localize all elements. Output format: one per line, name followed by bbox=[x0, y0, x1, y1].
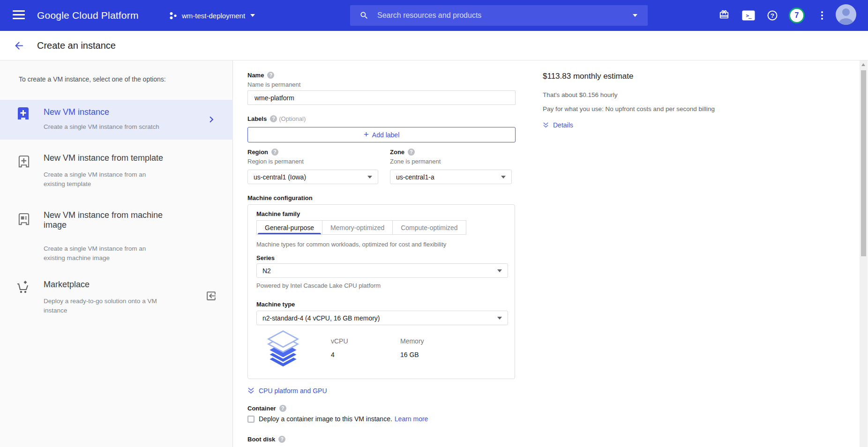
page-header: Create an instance bbox=[0, 31, 868, 60]
marketplace-cart-icon bbox=[15, 280, 30, 295]
machine-type-select[interactable]: n2-standard-4 (4 vCPU, 16 GB memory) bbox=[256, 311, 508, 325]
zone-hint: Zone is permanent bbox=[390, 158, 441, 165]
region-select[interactable]: us-central1 (Iowa) bbox=[247, 170, 378, 184]
zone-label: Zone? bbox=[390, 149, 415, 156]
gift-icon[interactable] bbox=[719, 9, 729, 22]
series-label: Series bbox=[256, 254, 275, 261]
series-select[interactable]: N2 bbox=[256, 263, 508, 278]
labels-optional: (Optional) bbox=[279, 115, 306, 122]
sidebar-intro: To create a VM instance, select one of t… bbox=[19, 75, 166, 83]
option-title: New VM instance bbox=[44, 107, 109, 117]
scrollbar-thumb[interactable] bbox=[861, 70, 866, 256]
estimate-hourly: That's about $0.156 hourly bbox=[543, 91, 617, 98]
container-checkbox[interactable] bbox=[247, 416, 254, 423]
more-options-icon[interactable] bbox=[821, 10, 823, 21]
series-hint: Powered by Intel Cascade Lake CPU platfo… bbox=[256, 282, 381, 289]
machine-type-label: Machine type bbox=[256, 301, 295, 308]
machine-family-hint: Machine types for common workloads, opti… bbox=[256, 241, 446, 248]
zone-help-icon[interactable]: ? bbox=[408, 149, 415, 156]
memory-value: 16 GB bbox=[400, 351, 419, 358]
scroll-up-arrow[interactable] bbox=[861, 63, 865, 66]
machine-configuration-title: Machine configuration bbox=[247, 194, 313, 201]
search-input[interactable] bbox=[377, 11, 628, 20]
container-help-icon[interactable]: ? bbox=[279, 405, 286, 412]
name-label: Name? bbox=[247, 72, 274, 79]
sidebar-item-new-vm-from-machine-image[interactable]: New VM instance from machine image Creat… bbox=[0, 207, 233, 270]
estimate-title: $113.83 monthly estimate bbox=[543, 72, 633, 81]
back-arrow-icon[interactable] bbox=[13, 40, 25, 52]
expand-more-icon bbox=[543, 122, 549, 128]
option-title: New VM instance from template bbox=[44, 153, 212, 163]
name-hint: Name is permanent bbox=[247, 81, 300, 88]
estimate-details-link[interactable]: Details bbox=[543, 121, 573, 129]
expand-more-icon bbox=[247, 387, 254, 395]
create-options-sidebar: To create a VM instance, select one of t… bbox=[0, 60, 233, 447]
estimate-billing-note: Pay for what you use: No upfront costs a… bbox=[543, 105, 715, 112]
name-input[interactable] bbox=[247, 90, 516, 105]
chevron-down-icon bbox=[497, 269, 502, 272]
cloud-shell-icon[interactable]: >_ bbox=[742, 11, 755, 21]
search-dropdown-icon[interactable] bbox=[633, 14, 637, 17]
chevron-down-icon bbox=[497, 317, 502, 320]
boot-disk-help-icon[interactable]: ? bbox=[278, 436, 285, 443]
search-bar[interactable] bbox=[350, 5, 648, 26]
boot-disk-label: Boot disk? bbox=[247, 436, 285, 443]
option-description: Create a single VM instance from an exis… bbox=[44, 170, 163, 189]
page-title: Create an instance bbox=[37, 31, 116, 60]
sidebar-item-marketplace[interactable]: Marketplace Deploy a ready-to-go solutio… bbox=[0, 277, 233, 328]
chevron-down-icon bbox=[501, 176, 506, 179]
machine-family-label: Machine family bbox=[256, 210, 300, 217]
menu-icon[interactable] bbox=[13, 10, 25, 21]
option-description: Create a single VM instance from scratch bbox=[44, 122, 194, 132]
gcp-console: Google Cloud Platform wm-test-deployment… bbox=[0, 0, 868, 447]
container-checkbox-text: Deploy a container image to this VM inst… bbox=[259, 415, 392, 423]
labels-label: Labels? (Optional) bbox=[247, 115, 306, 122]
machine-configuration-box: Machine family General-purpose Memory-op… bbox=[247, 204, 515, 379]
container-checkbox-row: Deploy a container image to this VM inst… bbox=[247, 415, 428, 423]
name-help-icon[interactable]: ? bbox=[267, 72, 274, 79]
tab-general-purpose[interactable]: General-purpose bbox=[256, 220, 322, 235]
learn-more-link[interactable]: Learn more bbox=[395, 415, 428, 423]
region-hint: Region is permanent bbox=[247, 158, 304, 165]
memory-label: Memory bbox=[400, 337, 424, 345]
help-icon[interactable]: ? bbox=[768, 11, 778, 21]
vertical-scrollbar[interactable] bbox=[860, 60, 868, 447]
cpu-platform-gpu-link[interactable]: CPU platform and GPU bbox=[247, 387, 327, 395]
open-marketplace-icon[interactable] bbox=[205, 290, 217, 302]
container-label: Container? bbox=[247, 405, 286, 412]
project-name: wm-test-deployment bbox=[182, 12, 245, 20]
vcpu-value: 4 bbox=[331, 351, 335, 358]
machine-family-tabs: General-purpose Memory-optimized Compute… bbox=[256, 220, 466, 235]
add-label-button[interactable]: + Add label bbox=[247, 127, 516, 142]
option-title: Marketplace bbox=[44, 280, 90, 290]
chevron-down-icon bbox=[367, 176, 372, 179]
sidebar-item-new-vm-instance[interactable]: New VM instance Create a single VM insta… bbox=[0, 100, 233, 140]
option-title: New VM instance from machine image bbox=[44, 210, 180, 230]
vm-instance-icon bbox=[17, 107, 30, 120]
project-cluster-icon bbox=[169, 11, 178, 20]
plus-icon: + bbox=[364, 129, 369, 140]
gcp-logo[interactable]: Google Cloud Platform bbox=[37, 0, 139, 31]
project-selector[interactable]: wm-test-deployment bbox=[169, 0, 255, 31]
tab-memory-optimized[interactable]: Memory-optimized bbox=[322, 220, 393, 235]
machine-layers-icon bbox=[263, 329, 303, 370]
region-label: Region? bbox=[247, 149, 278, 156]
search-icon bbox=[359, 11, 369, 20]
vm-template-icon bbox=[18, 155, 30, 168]
chevron-down-icon bbox=[250, 14, 255, 17]
labels-help-icon[interactable]: ? bbox=[270, 115, 277, 122]
chevron-right-icon bbox=[205, 113, 217, 126]
option-description: Deploy a ready-to-go solution onto a VM … bbox=[44, 297, 170, 315]
tab-compute-optimized[interactable]: Compute-optimized bbox=[392, 220, 466, 235]
sidebar-item-new-vm-from-template[interactable]: New VM instance from template Create a s… bbox=[0, 149, 233, 201]
zone-select[interactable]: us-central1-a bbox=[390, 170, 512, 184]
region-help-icon[interactable]: ? bbox=[271, 149, 278, 156]
avatar[interactable] bbox=[836, 4, 856, 27]
machine-image-icon bbox=[18, 213, 30, 226]
top-bar: Google Cloud Platform wm-test-deployment… bbox=[0, 0, 868, 31]
vcpu-label: vCPU bbox=[331, 337, 348, 345]
notification-badge[interactable]: 7 bbox=[789, 7, 805, 23]
option-description: Create a single VM instance from an exis… bbox=[44, 244, 163, 263]
